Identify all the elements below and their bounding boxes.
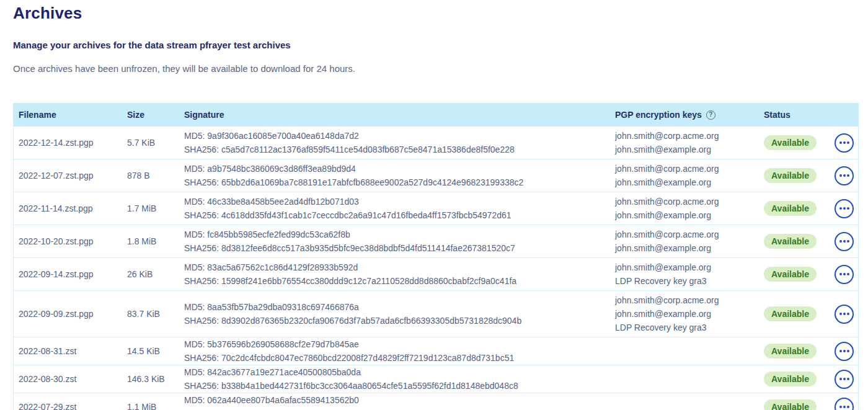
archive-signature: MD5: 83ac5a67562c1c86d4129f28933b592d SH… (179, 261, 610, 288)
archive-filename: 2022-07-29.zst (14, 400, 122, 410)
archive-filename: 2022-09-14.zst.pgp (14, 267, 122, 281)
archive-signature: MD5: 9a9f306ac16085e700a40ea6148da7d2 SH… (179, 129, 610, 156)
column-header-status: Status (759, 108, 830, 122)
archive-size: 878 B (122, 169, 179, 182)
pgp-key: john.smith@example.org (615, 307, 754, 321)
md5-hash: MD5: 062a440ee807b4a6afac5589413562b0 (184, 393, 605, 407)
status-badge: Available (764, 344, 817, 359)
column-header-signature: Signature (179, 108, 610, 122)
archive-signature: MD5: 062a440ee807b4a6afac5589413562b0 SH… (179, 393, 610, 410)
table-row: 2022-07-29.zst 1.1 MiB MD5: 062a440ee807… (14, 393, 858, 410)
ellipsis-icon (839, 141, 842, 144)
archive-signature: MD5: fc845bb5985ecfe2fed99dc53ca62f8b SH… (179, 228, 610, 255)
archive-filename: 2022-10-20.zst.pgp (14, 234, 122, 248)
sha256-hash: SHA256: 15998f241e6bb76554cc380ddd9c12c7… (184, 274, 605, 288)
pgp-keys-cell: john.smith@corp.acme.orgjohn.smith@examp… (610, 159, 759, 192)
page-description: Once archives have been unfrozen, they w… (13, 63, 859, 74)
sha256-hash: SHA256: 4c618dd35fd43f1cab1c7ceccdbc2a6a… (184, 208, 605, 222)
actions-cell (830, 232, 859, 251)
ellipsis-icon (839, 240, 842, 243)
md5-hash: MD5: 8aa53fb57ba29dba09318c697466876a (184, 300, 605, 314)
status-cell: Available (759, 372, 830, 386)
status-cell: Available (759, 201, 830, 216)
ellipsis-icon (839, 378, 842, 380)
md5-hash: MD5: 46c33be8a458b5ee2ad4dfb12b071d03 (184, 195, 605, 208)
archive-signature: MD5: 5b376596b269058688cf2e79d7b845ae SH… (179, 337, 610, 365)
actions-cell (830, 370, 859, 389)
archive-size: 14.5 KiB (122, 344, 179, 358)
actions-cell (830, 133, 859, 153)
actions-cell (830, 166, 859, 185)
md5-hash: MD5: 9a9f306ac16085e700a40ea6148da7d2 (184, 129, 605, 143)
table-row: 2022-11-14.zst.pgp 1.7 MiB MD5: 46c33be8… (14, 192, 858, 225)
column-header-pgp: PGP encryption keys ? (610, 108, 759, 122)
actions-cell (830, 265, 859, 284)
pgp-key: john.smith@corp.acme.org (615, 228, 754, 241)
page-subtitle: Manage your archives for the data stream… (13, 40, 859, 50)
pgp-key: john.smith@example.org (615, 143, 754, 156)
archive-filename: 2022-08-30.zst (14, 372, 122, 386)
pgp-keys-cell: john.smith@example.orgLDP Recovery key g… (610, 258, 759, 290)
row-actions-button[interactable] (835, 305, 854, 324)
row-actions-button[interactable] (835, 342, 854, 361)
help-icon[interactable]: ? (706, 110, 715, 120)
status-cell: Available (759, 399, 830, 410)
ellipsis-icon (839, 207, 842, 210)
status-badge: Available (764, 201, 817, 216)
table-header-row: Filename Size Signature PGP encryption k… (14, 103, 858, 127)
actions-cell (830, 305, 859, 324)
pgp-keys-cell (610, 377, 759, 381)
column-header-pgp-label: PGP encryption keys (615, 108, 702, 122)
archive-size: 1.1 MiB (122, 400, 179, 410)
table-row: 2022-09-09.zst.pgp 83.7 KiB MD5: 8aa53fb… (14, 291, 858, 337)
row-actions-button[interactable] (835, 166, 854, 185)
pgp-key: john.smith@example.org (615, 241, 754, 255)
archives-page: Archives Manage your archives for the da… (0, 0, 868, 410)
table-row: 2022-10-20.zst.pgp 1.8 MiB MD5: fc845bb5… (14, 225, 858, 258)
page-title: Archives (13, 4, 859, 23)
row-actions-button[interactable] (835, 232, 854, 251)
archive-signature: MD5: 46c33be8a458b5ee2ad4dfb12b071d03 SH… (179, 195, 610, 222)
archive-filename: 2022-12-07.zst.pgp (14, 169, 122, 182)
sha256-hash: SHA256: b338b4a1bed442731f6bc3cc3064aa80… (184, 379, 605, 393)
pgp-keys-cell: john.smith@corp.acme.orgjohn.smith@examp… (610, 291, 759, 337)
column-header-filename: Filename (14, 108, 122, 122)
status-cell: Available (759, 234, 830, 249)
ellipsis-icon (839, 273, 842, 275)
table-row: 2022-08-30.zst 146.3 KiB MD5: 842ac3677a… (14, 365, 858, 393)
ellipsis-icon (839, 174, 842, 177)
status-badge: Available (764, 372, 817, 386)
sha256-hash: SHA256: 8d3902d876365b2320cfa90676d3f7ab… (184, 314, 605, 328)
row-actions-button[interactable] (835, 133, 854, 153)
status-badge: Available (764, 267, 817, 282)
md5-hash: MD5: 83ac5a67562c1c86d4129f28933b592d (184, 261, 605, 274)
row-actions-button[interactable] (835, 398, 854, 410)
pgp-keys-cell: john.smith@corp.acme.orgjohn.smith@examp… (610, 225, 759, 257)
column-header-size: Size (122, 108, 179, 122)
pgp-keys-cell: john.smith@corp.acme.orgjohn.smith@examp… (610, 192, 759, 225)
status-badge: Available (764, 168, 817, 183)
actions-cell (830, 398, 859, 410)
archive-signature: MD5: a9b7548bc386069c3d86ff3ea89bd9d4 SH… (179, 162, 610, 189)
row-actions-button[interactable] (835, 265, 854, 284)
archive-signature: MD5: 842ac3677a19e271ace40500805ba0da SH… (179, 365, 610, 393)
pgp-key: john.smith@corp.acme.org (615, 162, 754, 176)
ellipsis-icon (839, 313, 842, 315)
pgp-key: john.smith@corp.acme.org (615, 195, 754, 208)
status-badge: Available (764, 306, 817, 321)
pgp-key: john.smith@corp.acme.org (615, 293, 754, 307)
row-actions-button[interactable] (835, 199, 854, 218)
ellipsis-icon (839, 350, 842, 352)
sha256-hash: SHA256: 65bb2d6a1069ba7c88191e17abfcfb68… (184, 176, 605, 189)
row-actions-button[interactable] (835, 370, 854, 389)
archive-size: 83.7 KiB (122, 307, 179, 321)
pgp-key: LDP Recovery key gra3 (615, 321, 754, 334)
md5-hash: MD5: a9b7548bc386069c3d86ff3ea89bd9d4 (184, 162, 605, 176)
md5-hash: MD5: fc845bb5985ecfe2fed99dc53ca62f8b (184, 228, 605, 241)
status-badge: Available (764, 399, 817, 410)
pgp-key: john.smith@example.org (615, 176, 754, 189)
pgp-key: john.smith@example.org (615, 208, 754, 222)
status-cell: Available (759, 135, 830, 150)
archive-size: 1.8 MiB (122, 234, 179, 248)
sha256-hash: SHA256: 3a476b4bceddd41cf85af0a57c9c7393… (184, 407, 605, 410)
